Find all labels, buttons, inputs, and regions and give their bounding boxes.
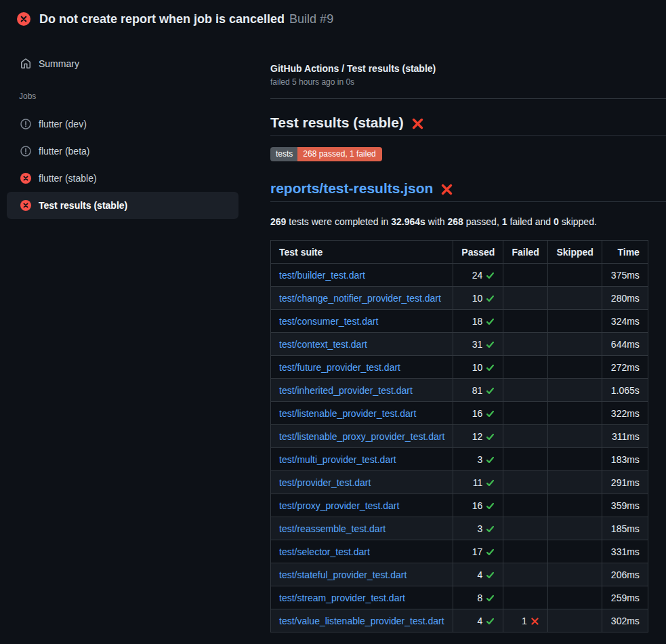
time-cell: 644ms [602,333,648,356]
check-icon [486,594,495,603]
sidebar-job-item[interactable]: flutter (dev) [7,110,238,138]
failed-cell [503,310,547,333]
passed-cell-group: 11 [473,477,495,488]
summary-segment: skipped. [559,216,597,227]
summary-segment: with [425,216,448,227]
failed-cell [503,287,547,310]
passed-cell-value: 8 [478,592,483,603]
suite-link[interactable]: test/multi_provider_test.dart [279,454,396,465]
suite-link[interactable]: test/selector_test.dart [279,546,370,557]
passed-cell: 12 [453,425,503,448]
run-header: Do not create report when job is cancell… [0,0,666,38]
report-file-link[interactable]: reports/test-results.json [270,180,433,197]
test-summary-sentence: 269 tests were completed in 32.964s with… [270,216,666,227]
passed-cell-group: 16 [472,408,495,419]
table-row: test/change_notifier_provider_test.dart1… [271,287,648,310]
failed-cell: 1 [503,609,547,632]
sidebar-job-item[interactable]: flutter (beta) [7,138,238,165]
passed-cell-value: 24 [472,270,483,281]
suite-link[interactable]: test/context_test.dart [279,339,367,350]
failed-cell [503,586,547,609]
time-cell: 291ms [602,471,648,494]
sidebar-job-label: flutter (beta) [39,146,89,157]
x-icon [530,617,539,626]
column-header-passed: Passed [453,241,503,264]
passed-cell-value: 4 [478,616,483,626]
report-heading: reports/test-results.json [270,180,666,202]
passed-cell: 16 [453,402,503,425]
check-icon [486,571,495,580]
passed-cell: 3 [453,448,503,471]
suite-link[interactable]: test/listenable_proxy_provider_test.dart [279,431,444,442]
suite-link[interactable]: test/listenable_provider_test.dart [279,408,416,419]
skipped-cell [547,402,602,425]
suite-link[interactable]: test/provider_test.dart [279,477,371,488]
failed-cell [503,563,547,586]
time-cell: 322ms [602,402,648,425]
passed-cell: 17 [453,540,503,563]
skipped-cell [547,425,602,448]
failed-cell [503,425,547,448]
suite-link[interactable]: test/stream_provider_test.dart [279,592,405,603]
suite-link[interactable]: test/inherited_provider_test.dart [279,385,413,396]
passed-cell-group: 10 [472,293,495,304]
table-row: test/builder_test.dart24375ms [271,264,648,287]
suite-link[interactable]: test/change_notifier_provider_test.dart [279,293,441,304]
passed-cell: 4 [453,609,503,632]
x-circle-icon [20,173,31,184]
tests-status-badge: tests 268 passed, 1 failed [270,147,382,161]
suite-cell: test/listenable_provider_test.dart [271,402,453,425]
failed-cell-group: 1 [522,616,539,626]
skipped-cell [547,586,602,609]
time-cell: 259ms [602,586,648,609]
passed-cell-value: 16 [472,500,483,511]
time-cell: 302ms [602,609,648,632]
time-cell: 324ms [602,310,648,333]
passed-cell: 10 [453,287,503,310]
sidebar-job-item[interactable]: flutter (stable) [7,165,238,192]
suite-link[interactable]: test/builder_test.dart [279,270,365,281]
check-icon [486,340,495,349]
summary-segment: 269 [270,216,286,227]
suite-link[interactable]: test/future_provider_test.dart [279,362,400,373]
suite-link[interactable]: test/proxy_provider_test.dart [279,500,399,511]
failed-cell [503,448,547,471]
time-cell: 1.065s [602,379,648,402]
failed-cell [503,517,547,540]
suite-link[interactable]: test/value_listenable_provider_test.dart [279,616,444,626]
column-header-skipped: Skipped [547,241,602,264]
suite-link[interactable]: test/stateful_provider_test.dart [279,569,407,580]
failed-cell [503,540,547,563]
passed-cell-value: 11 [473,477,483,488]
test-results-table: Test suite Passed Failed Skipped Time te… [270,240,648,632]
skipped-cell [547,264,602,287]
suite-cell: test/listenable_proxy_provider_test.dart [271,425,453,448]
suite-link[interactable]: test/reassemble_test.dart [279,523,386,534]
suite-cell: test/proxy_provider_test.dart [271,494,453,517]
time-cell: 183ms [602,448,648,471]
table-row: test/proxy_provider_test.dart16359ms [271,494,648,517]
neutral-circle-icon [20,146,31,157]
suite-cell: test/provider_test.dart [271,471,453,494]
failed-cell [503,402,547,425]
suite-link[interactable]: test/consumer_test.dart [279,316,378,327]
suite-cell: test/value_listenable_provider_test.dart [271,609,453,632]
column-header-time: Time [602,241,648,264]
sidebar-item-summary[interactable]: Summary [0,54,245,73]
suite-cell: test/builder_test.dart [271,264,453,287]
passed-cell-group: 4 [478,569,495,580]
jobs-list: flutter (dev)flutter (beta)flutter (stab… [0,102,245,219]
suite-cell: test/stream_provider_test.dart [271,586,453,609]
run-meta: failed 5 hours ago in 0s [270,77,666,87]
suite-cell: test/selector_test.dart [271,540,453,563]
table-row: test/inherited_provider_test.dart811.065… [271,379,648,402]
skipped-cell [547,494,602,517]
table-row: test/provider_test.dart11291ms [271,471,648,494]
passed-cell-value: 31 [472,339,483,350]
sidebar-job-item[interactable]: Test results (stable) [7,192,238,219]
home-icon [20,58,31,69]
passed-cell-group: 31 [472,339,495,350]
failed-cell [503,379,547,402]
skipped-cell [547,471,602,494]
summary-segment: 1 [502,216,507,227]
